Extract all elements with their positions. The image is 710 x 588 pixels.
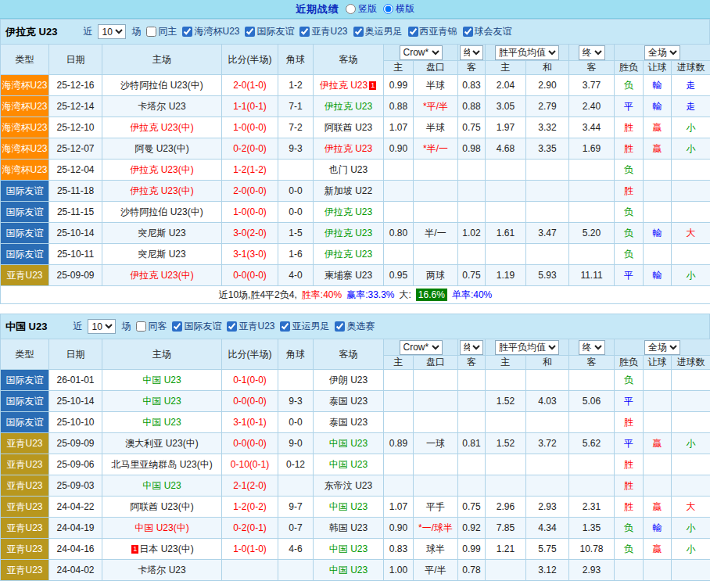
away-team: 泰国 U23 — [314, 391, 384, 412]
euro-away-odds — [569, 412, 615, 433]
corners-cell: 9-3 — [278, 138, 314, 160]
filter-option[interactable]: 国际友谊 — [245, 25, 294, 38]
column-header: 主 — [486, 61, 526, 75]
home-team: 中国 U23 — [102, 475, 222, 497]
layout-option-horizontal[interactable]: 横版 — [383, 2, 414, 16]
filter-option[interactable]: 西亚青锦 — [408, 25, 457, 38]
euro-draw-odds — [526, 412, 569, 433]
vertical-layout-radio[interactable] — [346, 4, 356, 14]
match-scope-select[interactable]: 全场 — [644, 340, 680, 355]
recent-label-suffix: 场 — [131, 25, 141, 38]
euro-odds-time-select[interactable]: 终 — [579, 45, 605, 60]
filter-checkbox[interactable] — [245, 27, 255, 37]
match-date: 26-01-01 — [49, 370, 102, 391]
match-date: 25-09-09 — [49, 265, 102, 286]
match-date: 24-04-16 — [49, 539, 102, 560]
recent-label-prefix: 近 — [83, 25, 92, 38]
match-result: 胜 — [615, 497, 644, 518]
home-team-name: 伊拉克 U23(中) — [130, 185, 193, 196]
filter-checkbox[interactable] — [227, 321, 237, 332]
asia-handicap — [414, 160, 458, 181]
match-row: 海湾杯U2325-12-14卡塔尔 U231-1(0-1)7-1伊拉克 U230… — [1, 96, 710, 117]
league-type: 国际友谊 — [1, 223, 49, 244]
handicap-result — [644, 412, 672, 433]
euro-home-odds — [486, 244, 526, 265]
filter-checkbox[interactable] — [463, 27, 473, 37]
home-team: 阿联酋 U23(中) — [102, 497, 222, 518]
filter-checkbox[interactable] — [408, 27, 418, 37]
home-team: 伊拉克 U23(中) — [102, 265, 222, 286]
handicap-result: 輸 — [644, 223, 672, 244]
euro-odds-time-select[interactable]: 终 — [579, 340, 605, 355]
asia-home-odds — [384, 412, 414, 433]
league-type: 亚青U23 — [1, 454, 49, 475]
column-header: 角球 — [278, 45, 314, 75]
column-header: 客 — [569, 61, 615, 75]
home-team: 伊拉克 U23(中) — [102, 181, 222, 202]
filter-option[interactable]: 亚运男足 — [280, 320, 329, 333]
match-date: 25-12-04 — [49, 160, 102, 181]
home-team-name: 伊拉克 U23(中) — [130, 270, 193, 281]
match-result: 胜 — [615, 181, 644, 202]
home-team: 卡塔尔 U23 — [102, 96, 222, 117]
filter-option[interactable]: 同主 — [146, 25, 177, 38]
filter-option[interactable]: 奥运男足 — [353, 25, 403, 38]
goals-result: 小 — [672, 265, 710, 286]
filter-option[interactable]: 球会友谊 — [463, 25, 512, 38]
bookmaker-select[interactable]: Crow* — [400, 45, 443, 60]
wdl-average-select[interactable]: 胜平负均值 — [495, 45, 559, 60]
away-team-name: 中国 U23 — [329, 565, 368, 575]
filter-checkbox[interactable] — [280, 321, 290, 332]
away-team: 伊朗 U23 — [314, 370, 384, 391]
goals-result: 小 — [672, 117, 710, 138]
filter-checkbox[interactable] — [299, 27, 310, 37]
filter-checkbox[interactable] — [182, 27, 192, 37]
away-team: 阿联酋 U23 — [314, 117, 384, 138]
euro-away-odds — [569, 475, 615, 497]
asia-home-odds — [384, 391, 414, 412]
away-team: 泰国 U23 — [314, 412, 384, 433]
wdl-average-select[interactable]: 胜平负均值 — [495, 340, 559, 355]
handicap-result: 輸 — [644, 75, 672, 96]
match-result: 负 — [615, 160, 644, 181]
euro-home-odds — [486, 202, 526, 223]
match-row: 国际友谊25-11-15沙特阿拉伯 U23(中)1-0(0-0)0-0伊拉克 U… — [1, 202, 710, 223]
away-team-name: 韩国 U23 — [329, 522, 368, 533]
filter-option[interactable]: 奥选赛 — [335, 320, 375, 333]
match-row: 海湾杯U2325-12-10伊拉克 U23(中)1-0(0-0)7-2阿联酋 U… — [1, 117, 710, 138]
filter-option[interactable]: 亚青U23 — [299, 25, 347, 38]
filter-option[interactable]: 国际友谊 — [172, 320, 221, 333]
league-type: 国际友谊 — [1, 202, 49, 223]
filter-option[interactable]: 同客 — [136, 320, 167, 333]
euro-home-odds — [486, 412, 526, 433]
match-result: 负 — [615, 539, 644, 560]
match-date: 25-09-06 — [49, 454, 102, 475]
match-scope-select[interactable]: 全场 — [644, 45, 680, 60]
filter-checkbox[interactable] — [146, 27, 156, 37]
column-header: 主 — [486, 356, 526, 370]
home-team: 卡塔尔 U23 — [102, 560, 222, 581]
recent-count-select[interactable]: 10 — [88, 319, 116, 334]
asia-away-odds — [458, 160, 486, 181]
home-team: 中国 U23 — [102, 370, 222, 391]
euro-home-odds: 1.21 — [486, 539, 526, 560]
asia-odds-time-select[interactable]: 终 — [460, 340, 484, 355]
score-cell: 0-2(0-1) — [222, 518, 278, 539]
handicap-result — [644, 475, 672, 497]
recent-count-select[interactable]: 10 — [98, 24, 126, 39]
filter-checkbox[interactable] — [335, 321, 345, 332]
score-cell: 2-0(1-0) — [222, 75, 278, 96]
asia-odds-time-select[interactable]: 终 — [460, 45, 484, 60]
euro-home-odds: 1.52 — [486, 391, 526, 412]
euro-home-odds — [486, 454, 526, 475]
filter-option[interactable]: 海湾杯U23 — [182, 25, 239, 38]
filter-checkbox[interactable] — [353, 27, 364, 37]
away-team: 柬埔寨 U23 — [314, 265, 384, 286]
filter-checkbox[interactable] — [172, 321, 182, 332]
filter-checkbox[interactable] — [136, 321, 146, 332]
league-type: 亚青U23 — [1, 539, 49, 560]
layout-option-vertical[interactable]: 竖版 — [346, 2, 377, 16]
filter-option[interactable]: 亚青U23 — [227, 320, 274, 333]
bookmaker-select[interactable]: Crow* — [400, 340, 443, 355]
horizontal-layout-radio[interactable] — [383, 4, 393, 14]
